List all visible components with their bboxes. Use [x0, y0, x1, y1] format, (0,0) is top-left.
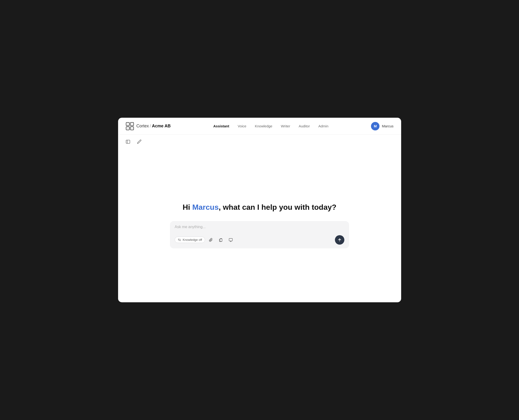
- svg-rect-10: [220, 239, 222, 241]
- nav-item-auditor[interactable]: Auditor: [295, 122, 313, 130]
- sidebar-icon: [126, 139, 130, 144]
- nav-item-assistant[interactable]: Assistant: [210, 122, 233, 130]
- send-button[interactable]: [335, 235, 344, 245]
- chat-toolbar: Knowledge off: [175, 235, 344, 245]
- send-btn-wrapper: [335, 235, 344, 245]
- main-nav: Assistant Voice Knowledge Writer Auditor…: [180, 122, 362, 130]
- arrow-up-icon: [338, 238, 342, 242]
- edit-icon: [137, 139, 142, 144]
- screen-share-button[interactable]: [227, 236, 235, 244]
- avatar[interactable]: M: [371, 122, 380, 130]
- chat-input[interactable]: [175, 225, 344, 232]
- user-area: M Marcus: [371, 122, 393, 130]
- header: Cortex/Acme AB Assistant Voice Knowledge…: [118, 118, 401, 135]
- user-name: Marcus: [382, 124, 393, 128]
- nav-item-voice[interactable]: Voice: [234, 122, 250, 130]
- nav-item-admin[interactable]: Admin: [315, 122, 332, 130]
- sidebar-toggle-button[interactable]: [124, 137, 132, 146]
- chat-input-container: Knowledge off: [170, 221, 349, 248]
- svg-rect-11: [229, 238, 232, 241]
- toolbar: [118, 135, 401, 149]
- app-window: Cortex/Acme AB Assistant Voice Knowledge…: [118, 118, 401, 302]
- clipboard-button[interactable]: [217, 236, 225, 244]
- monitor-icon: [229, 238, 233, 242]
- cortex-logo-icon: [126, 122, 134, 130]
- clipboard-icon: [219, 238, 223, 242]
- logo-area: Cortex/Acme AB: [126, 122, 171, 130]
- nav-item-writer[interactable]: Writer: [277, 122, 294, 130]
- knowledge-badge-label: Knowledge off: [183, 238, 202, 241]
- greeting-text: Hi Marcus, what can I help you with toda…: [183, 203, 337, 212]
- main-content: Hi Marcus, what can I help you with toda…: [118, 149, 401, 302]
- nav-item-knowledge[interactable]: Knowledge: [251, 122, 276, 130]
- attach-button[interactable]: [207, 236, 215, 244]
- svg-rect-8: [126, 140, 130, 143]
- paperclip-icon: [209, 238, 213, 242]
- greeting-name: Marcus: [192, 203, 219, 211]
- eye-off-icon: [178, 238, 181, 241]
- brand-text: Cortex/Acme AB: [136, 124, 171, 128]
- new-chat-button[interactable]: [135, 137, 144, 146]
- knowledge-toggle-button[interactable]: Knowledge off: [175, 237, 205, 243]
